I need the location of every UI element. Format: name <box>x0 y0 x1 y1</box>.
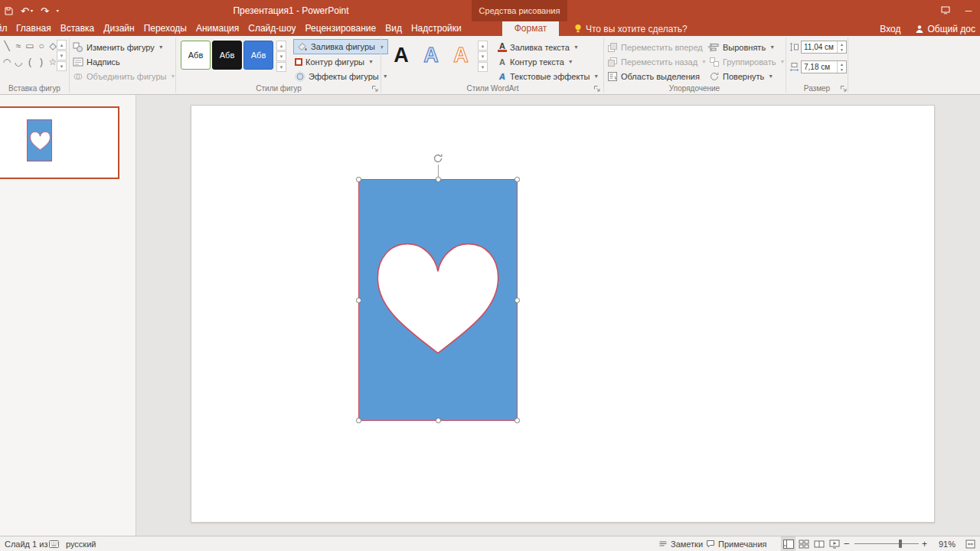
height-step-up-icon[interactable]: ▲ <box>838 41 846 47</box>
width-step-up-icon[interactable]: ▲ <box>838 61 846 67</box>
share-button[interactable]: Общий дос <box>915 24 976 34</box>
slideshow-view-button[interactable] <box>827 536 841 551</box>
align-button[interactable]: Выровнять▼ <box>709 40 775 54</box>
tab-home[interactable]: Главная <box>11 21 56 36</box>
gallery-more-button[interactable]: ▼ <box>57 61 67 71</box>
zoom-out-button[interactable]: − <box>844 536 850 551</box>
shape-right-bracket-icon[interactable]: ) <box>36 55 47 70</box>
size-dialog-launcher[interactable] <box>839 84 848 93</box>
undo-caret-icon[interactable]: ▾ <box>31 8 33 13</box>
tab-review[interactable]: Рецензирование <box>301 21 381 36</box>
tab-animations[interactable]: Анимация <box>191 21 243 36</box>
shape-styles-dialog-launcher[interactable] <box>371 84 379 93</box>
shape-rectangle-icon[interactable]: ▭ <box>24 39 35 54</box>
edit-shape-button[interactable]: Изменить фигуру▼ <box>73 40 164 54</box>
save-button[interactable] <box>5 7 13 15</box>
ribbon-display-options-button[interactable] <box>934 0 957 21</box>
tab-design[interactable]: Дизайн <box>99 21 139 36</box>
wordart-scroll-down-button[interactable]: ▼ <box>478 51 488 61</box>
shape-height-value[interactable]: 11,04 см <box>802 41 837 53</box>
notes-toggle[interactable]: Заметки <box>658 536 703 551</box>
minimize-button[interactable]: ─ <box>957 0 980 21</box>
resize-handle-w[interactable] <box>356 298 361 303</box>
tab-insert[interactable]: Вставка <box>56 21 100 36</box>
tab-transitions[interactable]: Переходы <box>139 21 191 36</box>
normal-view-button[interactable] <box>781 536 795 551</box>
reading-view-button[interactable] <box>812 536 826 551</box>
zoom-slider[interactable] <box>854 543 919 544</box>
titlebar: ↶▾ ↷ ▾ Презентация1 - PowerPoint Средств… <box>0 0 980 21</box>
shape-arc-down-icon[interactable]: ◡ <box>13 55 24 70</box>
shape-freeform-icon[interactable]: ≈ <box>13 39 24 54</box>
shape-width-value[interactable]: 7,18 см <box>802 61 837 73</box>
shape-style-swatch-2[interactable]: Абв <box>212 41 242 70</box>
styles-more-button[interactable]: ▼ <box>276 62 286 72</box>
tab-slideshow[interactable]: Слайд-шоу <box>243 21 300 36</box>
fit-slide-to-window-button[interactable] <box>963 536 978 551</box>
shape-arc-up-icon[interactable]: ◠ <box>2 55 12 70</box>
resize-handle-e[interactable] <box>514 298 520 303</box>
wordart-scroll-up-button[interactable]: ▲ <box>478 41 488 51</box>
tab-view[interactable]: Вид <box>381 21 407 36</box>
shape-style-swatch-1[interactable]: Абв <box>181 41 211 70</box>
shape-oval-icon[interactable]: ○ <box>36 39 47 54</box>
comments-toggle[interactable]: Примечания <box>706 536 767 551</box>
slide-thumbnail-1[interactable] <box>0 106 119 179</box>
slide-sorter-view-button[interactable] <box>796 536 811 551</box>
dropdown-caret-icon: ▼ <box>593 73 599 79</box>
text-effects-button[interactable]: А Текстовые эффекты▼ <box>498 69 599 83</box>
styles-scroll-up-button[interactable]: ▲ <box>276 41 286 51</box>
shape-style-swatch-3[interactable]: Абв <box>243 41 273 70</box>
redo-button[interactable]: ↷ <box>41 6 49 16</box>
bring-forward-icon <box>607 42 618 53</box>
width-stepper[interactable]: ▲▼ <box>837 61 846 73</box>
gallery-scroll-down-button[interactable]: ▼ <box>57 51 67 60</box>
shape-width-field[interactable]: 7,18 см ▲▼ <box>801 60 847 73</box>
undo-button[interactable]: ↶▾ <box>21 6 33 16</box>
resize-handle-n[interactable] <box>436 177 441 182</box>
height-stepper[interactable]: ▲▼ <box>837 41 846 53</box>
styles-scroll-down-button[interactable]: ▼ <box>276 51 286 61</box>
resize-handle-s[interactable] <box>436 418 441 423</box>
zoom-in-button[interactable]: + <box>922 536 927 551</box>
slide-counter[interactable]: Слайд 1 из 1 <box>5 536 55 551</box>
rotation-handle[interactable] <box>432 152 444 165</box>
shape-fill-button[interactable]: Заливка фигуры▼ <box>293 39 388 54</box>
language-indicator[interactable]: русский <box>66 536 96 551</box>
textbox-button[interactable]: Надпись <box>73 54 120 69</box>
resize-handle-se[interactable] <box>514 418 520 423</box>
shape-outline-button[interactable]: Контур фигуры▼ <box>295 54 374 69</box>
tell-me-box[interactable]: Что вы хотите сделать? <box>574 21 688 36</box>
shape-effects-button[interactable]: Эффекты фигуры▼ <box>295 69 388 83</box>
wordart-more-button[interactable]: ▼ <box>478 62 488 72</box>
height-step-down-icon[interactable]: ▼ <box>838 47 846 54</box>
customize-qat-button[interactable]: ▾ <box>57 8 59 13</box>
slide-1[interactable] <box>191 105 935 523</box>
shape-height-field[interactable]: 11,04 см ▲▼ <box>801 41 847 54</box>
rotate-button[interactable]: Повернуть▼ <box>709 69 773 83</box>
text-fill-button[interactable]: А Заливка текста▼ <box>498 40 579 54</box>
selection-pane-button[interactable]: Область выделения <box>607 69 700 83</box>
selected-rectangle-shape[interactable] <box>358 179 518 421</box>
tab-file[interactable]: Файл <box>0 21 11 36</box>
resize-handle-nw[interactable] <box>356 177 361 182</box>
wordart-style-1[interactable]: А <box>387 39 416 71</box>
keyboard-language-icon[interactable] <box>49 536 59 551</box>
tab-format-active[interactable]: Формат <box>502 21 559 36</box>
sign-in-button[interactable]: Вход <box>880 24 900 34</box>
quick-access-toolbar: ↶▾ ↷ ▾ <box>5 0 59 21</box>
zoom-level[interactable]: 91% <box>939 536 956 551</box>
wordart-style-3[interactable]: А <box>446 39 475 71</box>
tab-addins[interactable]: Надстройки <box>407 21 466 36</box>
resize-handle-ne[interactable] <box>514 177 520 182</box>
resize-handle-sw[interactable] <box>356 418 361 423</box>
zoom-slider-thumb[interactable] <box>899 540 902 548</box>
wordart-dialog-launcher[interactable] <box>593 84 601 93</box>
heart-shape[interactable] <box>375 238 501 359</box>
width-step-down-icon[interactable]: ▼ <box>838 67 846 73</box>
gallery-scroll-up-button[interactable]: ▲ <box>57 40 67 50</box>
shape-line-icon[interactable]: ╲ <box>2 39 12 54</box>
text-outline-button[interactable]: А Контур текста▼ <box>498 54 573 69</box>
shape-left-bracket-icon[interactable]: ( <box>24 55 35 70</box>
wordart-style-2[interactable]: А <box>416 39 446 71</box>
